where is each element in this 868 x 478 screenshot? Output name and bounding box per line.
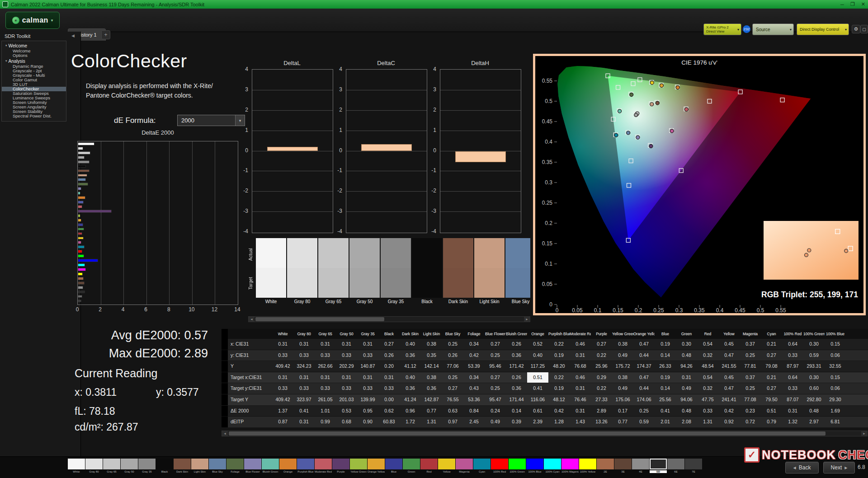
cell-deitp-yellow[interactable]: 0.92 (718, 417, 740, 427)
cell-y-red[interactable]: 48.54 (697, 361, 718, 372)
cell-target-x-cie31-red[interactable]: 0.54 (697, 372, 718, 383)
cell-target-x-cie31-green[interactable]: 0.31 (676, 372, 697, 383)
cell-target-y-cie31-cyan[interactable]: 0.27 (761, 383, 782, 394)
cell-target-y-light-skin[interactable]: 142.87 (421, 394, 442, 405)
cell-target-y-cie31-purple[interactable]: 0.22 (591, 383, 612, 394)
cell-y-yellow[interactable]: 241.55 (718, 361, 740, 372)
bottom-patch-light-skin[interactable]: Light Skin (191, 459, 208, 473)
bottom-patch-yellow[interactable]: Yellow (438, 459, 455, 473)
cell-x-cie31-blue-flower[interactable]: 0.27 (485, 339, 506, 350)
cell-deitp-100-green[interactable]: 2.97 (803, 417, 825, 427)
cell-x-cie31-gray-35[interactable]: 0.31 (357, 339, 378, 350)
cell-target-y-cie31-orange-yellow[interactable]: 0.44 (633, 383, 655, 394)
cell-y-100-green[interactable]: 293.31 (803, 361, 825, 372)
bottom-patch-4e[interactable]: 4E (632, 459, 649, 473)
cell-y-cie31-moderate-red[interactable]: 0.31 (570, 350, 591, 361)
close-icon[interactable]: ✕ (861, 1, 865, 7)
cell-deitp-blue-sky[interactable]: 0.97 (442, 417, 463, 427)
cell-deitp-red[interactable]: 1.31 (697, 417, 718, 427)
calman-menu-button[interactable]: ✳ calman ▾ (5, 12, 60, 29)
cell--e-2000-gray-35[interactable]: 0.95 (357, 406, 378, 417)
cell--e-2000-blue[interactable]: 0.41 (655, 406, 676, 417)
selected-cell[interactable]: 0.51 (527, 372, 548, 383)
display-control-dropdown[interactable]: Direct Display Control ▾ (797, 23, 849, 35)
cell-target-y-cie31-red[interactable]: 0.32 (697, 383, 718, 394)
cell-x-cie31-yellow-green[interactable]: 0.38 (612, 339, 633, 350)
cell-y-magenta[interactable]: 77.81 (740, 361, 761, 372)
cell-y-cie31-100-blue[interactable]: 0.06 (825, 350, 846, 361)
de-formula-select[interactable]: 2000 ▾ (177, 115, 245, 126)
cell-y-cie31-red[interactable]: 0.32 (697, 350, 718, 361)
cell-y-cie31-foliage[interactable]: 0.42 (463, 350, 485, 361)
cell-target-y-cie31-blue-flower[interactable]: 0.25 (485, 383, 506, 394)
cell--e-2000-gray-80[interactable]: 0.41 (293, 406, 315, 417)
cell-y-cie31-dark-skin[interactable]: 0.36 (400, 350, 421, 361)
cell-y-dark-skin[interactable]: 41.12 (400, 361, 421, 372)
cell--e-2000-purple[interactable]: 2.89 (591, 406, 612, 417)
cell--e-2000-orange-yellow[interactable]: 0.25 (633, 406, 655, 417)
cell-x-cie31-light-skin[interactable]: 0.38 (421, 339, 442, 350)
cell-target-y-cie31-blue-sky[interactable]: 0.27 (442, 383, 463, 394)
cell-y-gray-80[interactable]: 324.23 (293, 361, 315, 372)
cell-x-cie31-red[interactable]: 0.54 (697, 339, 718, 350)
cell-deitp-purple[interactable]: 13.26 (591, 417, 612, 427)
cell-y-cie31-yellow[interactable]: 0.47 (718, 350, 740, 361)
cell-deitp-gray-65[interactable]: 0.99 (315, 417, 336, 427)
cell--e-2000-purplish-blue[interactable]: 0.42 (548, 406, 570, 417)
cell-y-cie31-light-skin[interactable]: 0.35 (421, 350, 442, 361)
cell-target-y-blue-flower[interactable]: 95.47 (485, 394, 506, 405)
cell-target-y-100-green[interactable]: 292.80 (803, 394, 825, 405)
cell-y-cie31-gray-50[interactable]: 0.33 (336, 350, 357, 361)
cell-deitp-purplish-blue[interactable]: 1.28 (548, 417, 570, 427)
cell-y-gray-65[interactable]: 262.66 (315, 361, 336, 372)
cell-target-y-cyan[interactable]: 79.50 (761, 394, 782, 405)
bottom-patch-100-red[interactable]: 100% Red (491, 459, 508, 473)
cell-y-white[interactable]: 409.42 (272, 361, 293, 372)
cell--e-2000-yellow[interactable]: 0.42 (718, 406, 740, 417)
cell-target-y-cie31-dark-skin[interactable]: 0.36 (400, 383, 421, 394)
cell-target-x-cie31-bluish-green[interactable]: 0.26 (506, 372, 527, 383)
cell-x-cie31-blue-sky[interactable]: 0.25 (442, 339, 463, 350)
cell-target-x-cie31-light-skin[interactable]: 0.38 (421, 372, 442, 383)
cell-deitp-magenta[interactable]: 0.72 (740, 417, 761, 427)
cell-target-y-cie31-orange[interactable]: 0.41 (527, 383, 548, 394)
cell--e-2000-100-blue[interactable]: 1.69 (825, 406, 846, 417)
cell-deitp-black[interactable]: 60.83 (378, 417, 400, 427)
bottom-patch-100-cyan[interactable]: 100% Cyan (544, 459, 561, 473)
gear-icon[interactable]: ⚙ (852, 25, 860, 33)
bottom-patch-6e[interactable]: 6E (667, 459, 684, 473)
cell-deitp-white[interactable]: 0.87 (272, 417, 293, 427)
cell--e-2000-light-skin[interactable]: 0.77 (421, 406, 442, 417)
cell-x-cie31-black[interactable]: 0.27 (378, 339, 400, 350)
cell-y-cie31-magenta[interactable]: 0.25 (740, 350, 761, 361)
source-dropdown[interactable]: Source ▾ (752, 23, 794, 35)
bottom-patch-orange[interactable]: Orange (279, 459, 297, 473)
cell-y-cie31-gray-35[interactable]: 0.33 (357, 350, 378, 361)
cell-x-cie31-yellow[interactable]: 0.45 (718, 339, 740, 350)
cell-y-purplish-blue[interactable]: 48.20 (548, 361, 570, 372)
cell-target-x-cie31-100-red[interactable]: 0.64 (782, 372, 803, 383)
sidebar-item-spectral-power-dist-[interactable]: Spectral Power Dist. (2, 114, 66, 118)
cell-target-y-foliage[interactable]: 53.36 (463, 394, 485, 405)
cell-deitp-gray-50[interactable]: 0.68 (336, 417, 357, 427)
cell--e-2000-bluish-green[interactable]: 0.14 (506, 406, 527, 417)
cell--e-2000-gray-50[interactable]: 0.53 (336, 406, 357, 417)
cell-x-cie31-dark-skin[interactable]: 0.40 (400, 339, 421, 350)
bottom-patch-magenta[interactable]: Magenta (456, 459, 473, 473)
cell-y-100-blue[interactable]: 32.55 (825, 361, 846, 372)
cell-target-y-yellow-green[interactable]: 175.06 (612, 394, 633, 405)
cell-y-blue-flower[interactable]: 95.46 (485, 361, 506, 372)
bottom-patch-yellow-green[interactable]: Yellow Green (350, 459, 367, 473)
sidebar-group-welcome[interactable]: ▾Welcome (2, 42, 66, 49)
cell-target-y-cie31-magenta[interactable]: 0.25 (740, 383, 761, 394)
cell-deitp-light-skin[interactable]: 1.31 (421, 417, 442, 427)
bottom-patch-gray-65[interactable]: Gray 65 (103, 459, 120, 473)
cell-target-x-cie31-100-blue[interactable]: 0.15 (825, 372, 846, 383)
cell-x-cie31-moderate-red[interactable]: 0.46 (570, 339, 591, 350)
cell-x-cie31-100-red[interactable]: 0.64 (782, 339, 803, 350)
bottom-patch-3e[interactable]: 3E (614, 459, 632, 473)
cell-target-x-cie31-orange-yellow[interactable]: 0.47 (633, 372, 655, 383)
cell-y-cie31-blue[interactable]: 0.14 (655, 350, 676, 361)
cell-y-cie31-purplish-blue[interactable]: 0.19 (548, 350, 570, 361)
cell-target-y-gray-80[interactable]: 323.97 (293, 394, 315, 405)
